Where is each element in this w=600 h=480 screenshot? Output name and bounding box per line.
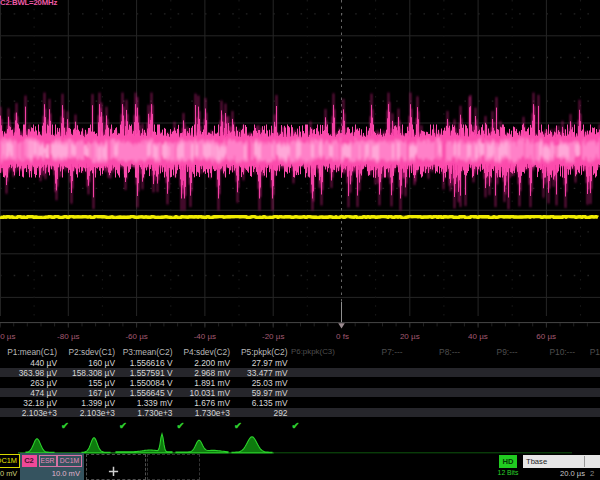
svg-text:40 µs: 40 µs [468, 332, 488, 341]
svg-text:-60 µs: -60 µs [125, 332, 147, 341]
svg-text:20 µs: 20 µs [400, 332, 420, 341]
svg-text:-80 µs: -80 µs [57, 332, 79, 341]
svg-text:-100 µs: -100 µs [0, 332, 15, 341]
svg-text:60 µs: 60 µs [536, 332, 556, 341]
svg-text:0 fs: 0 fs [336, 332, 349, 341]
svg-text:-20 µs: -20 µs [262, 332, 284, 341]
svg-text:-40 µs: -40 µs [194, 332, 216, 341]
